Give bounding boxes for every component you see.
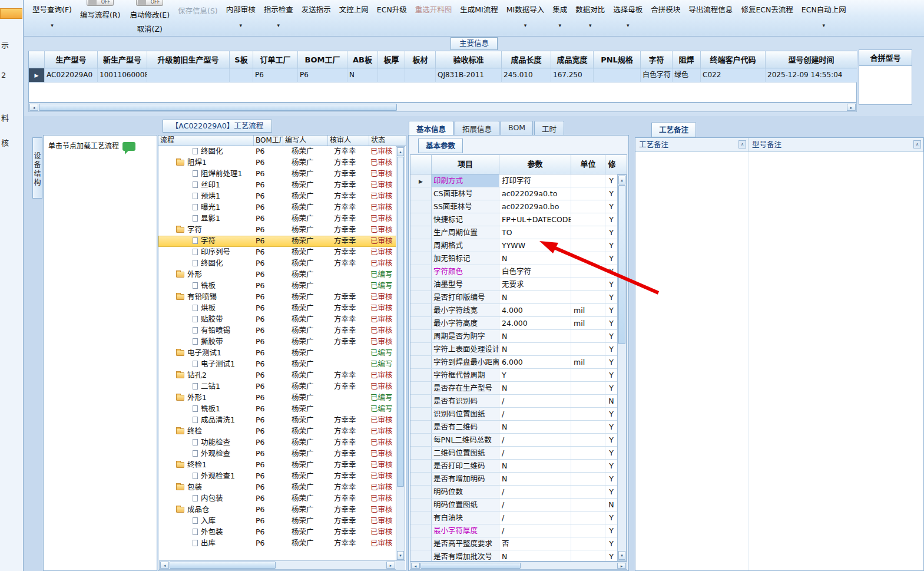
toolbar-button[interactable]: 集成 ▾: [552, 4, 567, 28]
column-header-status[interactable]: 状态: [369, 136, 395, 146]
column-header-param[interactable]: 参数: [499, 155, 571, 174]
process-tree-row[interactable]: 终固化 P6 杨荣广 方幸幸 已审核: [158, 146, 396, 157]
detail-tab[interactable]: 基本信息: [409, 121, 453, 135]
parameter-row[interactable]: ▶ 明码位置图纸 / N: [410, 499, 617, 511]
dropdown-arrow-icon[interactable]: ▾: [240, 23, 243, 28]
dropdown-arrow-icon[interactable]: ▾: [559, 23, 562, 28]
parameter-row[interactable]: ▶ 是否有增加明码 N Y: [410, 473, 617, 486]
main-info-column-header[interactable]: 生产型号: [45, 51, 98, 68]
process-tree-row[interactable]: 丝印1 P6 杨荣广 方幸幸 已审核: [158, 180, 396, 191]
device-structure-panel[interactable]: 单击节点加载工艺流程: [43, 135, 157, 571]
params-vscrollbar[interactable]: ▴ ▾: [617, 174, 627, 561]
cancel-button[interactable]: 取消(Z): [137, 23, 163, 34]
scrollbar-thumb[interactable]: [420, 563, 521, 569]
parameter-row[interactable]: ▶ 是否打印二维码 N Y: [410, 460, 617, 473]
parameter-row[interactable]: ▶ 最小字符线宽 4.000 mil Y: [410, 304, 617, 317]
parameter-value[interactable]: N: [499, 343, 571, 355]
parameter-row[interactable]: ▶ 最小字符高度 24.000 mil Y: [410, 317, 617, 330]
main-info-column-header[interactable]: 验收标准: [436, 51, 502, 68]
parameter-value[interactable]: 否: [499, 537, 571, 550]
parameter-value[interactable]: N: [499, 252, 571, 265]
parameter-row[interactable]: ▶ 加无铅标记 N Y: [410, 252, 617, 265]
model-query-button[interactable]: 型号查询(F) ▾: [32, 4, 72, 28]
write-flow-button[interactable]: 编写流程(R): [80, 9, 120, 20]
parameter-row[interactable]: ▶ 字符框代替周期 Y Y: [410, 369, 617, 382]
params-hscrollbar[interactable]: ◂ ▸: [410, 562, 627, 570]
scroll-up-icon[interactable]: ∧: [738, 140, 746, 148]
column-header-writer[interactable]: 编写人: [283, 136, 328, 146]
main-info-column-header[interactable]: S板: [230, 51, 253, 68]
parameter-value[interactable]: /: [499, 434, 571, 446]
start-modify-toggle[interactable]: OFF: [136, 0, 163, 6]
process-tree-row[interactable]: 字符 P6 杨荣广 方幸幸 已审核: [158, 225, 396, 236]
scroll-down-icon[interactable]: ▾: [397, 551, 404, 560]
process-tree-row[interactable]: 印序列号 P6 杨荣广 方幸幸 已审核: [158, 247, 396, 258]
parameter-value[interactable]: /: [499, 499, 571, 511]
scrollbar-thumb[interactable]: [397, 157, 404, 487]
toolbar-button[interactable]: 导出流程信息 ▾: [688, 4, 733, 28]
main-info-hscrollbar[interactable]: ◂ ▸: [28, 103, 857, 112]
parameter-row[interactable]: ▶ 周期是否为阴字 N Y: [410, 330, 617, 343]
row-selector-cell[interactable]: ▶: [28, 68, 45, 82]
scrollbar-thumb[interactable]: [39, 104, 397, 111]
parameter-value[interactable]: /: [499, 486, 571, 498]
detail-tab[interactable]: 拓展信息: [455, 121, 499, 135]
process-tree-row[interactable]: 终固化 P6 杨荣广 方幸幸 已审核: [158, 258, 396, 269]
process-tree-row[interactable]: 电子测试1 P6 杨荣广 已编写: [158, 348, 396, 359]
parameter-row[interactable]: ▶ CS面菲林号 ac022029a0.to Y: [410, 187, 617, 200]
toolbar-button[interactable]: 生成MI流程 ▾: [460, 4, 498, 28]
scroll-up-icon[interactable]: ▴: [618, 176, 625, 184]
parameter-value[interactable]: ac022029a0.to: [499, 187, 571, 200]
process-tree-row[interactable]: 预烘1 P6 杨荣广 方幸幸 已审核: [158, 191, 396, 202]
parameter-value[interactable]: N: [499, 460, 571, 472]
toolbar-button[interactable]: 指示检查 ▾: [264, 4, 293, 28]
parameter-value[interactable]: 无要求: [499, 278, 571, 291]
parameter-value[interactable]: FP+UL+DATECODE: [499, 213, 571, 226]
parameter-row[interactable]: ▶ 印刷方式 打印字符 Y: [410, 174, 617, 187]
detail-tab[interactable]: 工时: [534, 121, 564, 135]
process-tree-row[interactable]: 外观检查 P6 杨荣广 方幸幸 已审核: [158, 448, 396, 460]
process-tree-row[interactable]: 显影1 P6 杨荣广 方幸幸 已审核: [158, 213, 396, 225]
parameter-value[interactable]: YYWW: [499, 239, 571, 252]
scroll-up-icon[interactable]: ∧: [913, 140, 921, 148]
parameter-value[interactable]: /: [499, 395, 571, 407]
process-tree-row[interactable]: 内包装 P6 杨荣广 方幸幸 已审核: [158, 493, 396, 504]
column-header-item[interactable]: 项目: [432, 155, 499, 174]
tab-basic-params[interactable]: 基本参数: [418, 138, 463, 153]
parameter-value[interactable]: 白色字符: [499, 265, 571, 278]
tab-process-remarks[interactable]: 工艺备注: [651, 122, 696, 137]
parameter-row[interactable]: ▶ 是否存在生产型号 N Y: [410, 382, 617, 395]
column-header-bom-factory[interactable]: BOM工厂: [254, 136, 283, 146]
column-header-unit[interactable]: 单位: [571, 155, 605, 174]
process-tree-row[interactable]: 撕胶带 P6 杨荣广 方幸幸 已审核: [158, 336, 396, 348]
toolbar-button[interactable]: ECN自动上网 ▾: [802, 4, 846, 28]
write-flow-toggle[interactable]: OFF: [87, 0, 114, 6]
parameter-row[interactable]: ▶ 是否有二维码 N Y: [410, 421, 617, 434]
scroll-right-icon[interactable]: ▸: [617, 563, 626, 569]
toolbar-button[interactable]: 选择母板 ▾: [613, 4, 643, 28]
toolbar-button[interactable]: 合拼模块 ▾: [651, 4, 680, 28]
parameter-row[interactable]: ▶ 是否高平整度要求 否 Y: [410, 537, 617, 550]
parameter-value[interactable]: 6.000: [499, 356, 571, 368]
parameter-value[interactable]: /: [499, 511, 571, 524]
parameter-row[interactable]: ▶ 字符颜色 白色字符 Y: [410, 265, 617, 278]
main-info-column-header[interactable]: BOM工厂: [298, 51, 347, 68]
toolbar-button[interactable]: 发送指示 ▾: [302, 4, 331, 28]
parameter-value[interactable]: N: [499, 550, 571, 561]
parameter-value[interactable]: N: [499, 291, 571, 303]
toolbar-button[interactable]: 修复ECN丢流程 ▾: [741, 4, 793, 28]
process-tree-row[interactable]: 铣板1 P6 杨荣广 已编写: [158, 404, 396, 415]
parameter-value[interactable]: Y: [499, 369, 571, 381]
main-info-column-header[interactable]: 成品长度: [502, 51, 551, 68]
process-tree-row[interactable]: 成品仓 P6 杨荣广 方幸幸 已审核: [158, 504, 396, 516]
dropdown-arrow-icon[interactable]: ▾: [823, 23, 826, 28]
parameter-row[interactable]: ▶ 是否打印版编号 N Y: [410, 291, 617, 304]
column-header-process-remarks[interactable]: 工艺备注 ∧: [635, 138, 749, 151]
detail-tab[interactable]: BOM: [501, 121, 533, 135]
dropdown-arrow-icon[interactable]: ▾: [524, 23, 527, 28]
process-tree-row[interactable]: 功能检查 P6 杨荣广 方幸幸 已审核: [158, 437, 396, 448]
scroll-left-icon[interactable]: ◂: [160, 562, 169, 569]
scrollbar-thumb[interactable]: [170, 562, 276, 569]
scroll-right-icon[interactable]: ▸: [386, 562, 395, 569]
process-tree-row[interactable]: 外形1 P6 杨荣广 已编写: [158, 392, 396, 404]
